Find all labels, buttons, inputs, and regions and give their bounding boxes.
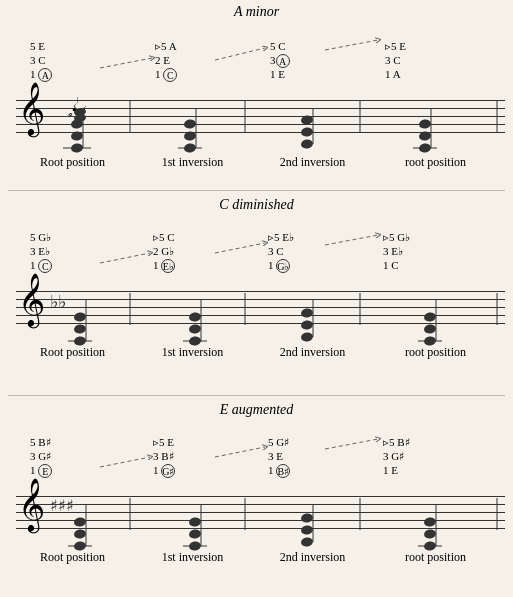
circled-note: C [163, 68, 177, 82]
section-e-augmented: E augmented 5 B♯ 3 G♯ 1 E ▹5 E 3 B♯ 1 G♯… [0, 398, 513, 593]
staff-line-2-3 [16, 307, 505, 308]
circled-note: G♯ [161, 464, 175, 478]
staff-1: 𝄞 𝅘𝅥 𝅗𝅥 𝅗 [0, 100, 513, 150]
staff-line-1-4 [16, 124, 505, 125]
staff-2: 𝄞 ♭♭ [0, 291, 513, 341]
treble-clef-2: 𝄞 [18, 277, 45, 323]
notes-2-root2: ▹5 G♭ 3 E♭ 1 C [383, 231, 410, 272]
circled-note: E♭ [161, 259, 175, 273]
label-1-second: 2nd inversion [255, 155, 370, 170]
notes-2-first: ▹5 C 2 G♭ 1 E♭ [153, 231, 175, 273]
section-a-minor: A minor 5 E 3 C 1 A ▹5 A 2 E 1 C 5 C 3A … [0, 0, 513, 195]
label-3-second: 2nd inversion [255, 550, 370, 565]
staff-3: 𝄞 ♯♯♯ [0, 496, 513, 546]
staff-line-3-3 [16, 512, 505, 513]
staff-line-3-5 [16, 528, 505, 529]
label-2-first: 1st inversion [140, 345, 245, 360]
label-1-root: Root position [15, 155, 130, 170]
treble-clef-3: 𝄞 [18, 482, 45, 528]
staff-line-2-1 [16, 291, 505, 292]
label-3-first: 1st inversion [140, 550, 245, 565]
staff-line-2-4 [16, 315, 505, 316]
circled-note: E [38, 464, 52, 478]
divider-1 [8, 190, 505, 191]
notes-3-root: 5 B♯ 3 G♯ 1 E [30, 436, 52, 478]
circled-note: B♯ [276, 464, 290, 478]
section-title-a-minor: A minor [0, 4, 513, 20]
notes-3-second: 5 G♯ 3 E 1 B♯ [268, 436, 290, 478]
label-1-first: 1st inversion [140, 155, 245, 170]
notes-1-second: 5 C 3A 1 E [270, 40, 290, 82]
key-sig-3: ♯♯♯ [50, 496, 74, 515]
circled-note: A [276, 54, 290, 68]
label-1-root2: root position [378, 155, 493, 170]
page: A minor 5 E 3 C 1 A ▹5 A 2 E 1 C 5 C 3A … [0, 0, 513, 597]
circled-note: A [38, 68, 52, 82]
circled-note: G♭ [276, 259, 290, 273]
notes-1-root2: ▹5 E 3 C 1 A [385, 40, 406, 81]
treble-clef-1: 𝄞 [18, 86, 45, 132]
staff-line-3-2 [16, 504, 505, 505]
staff-line-3-1 [16, 496, 505, 497]
circled-note: C [38, 259, 52, 273]
section-c-diminished: C diminished 5 G♭ 3 E♭ 1 C ▹5 C 2 G♭ 1 E… [0, 193, 513, 393]
notes-2-second: ▹5 E♭ 3 C 1 G♭ [268, 231, 294, 273]
notes-3-root2: ▹5 B♯ 3 G♯ 1 E [383, 436, 410, 477]
notes-1-root: 5 E 3 C 1 A [30, 40, 52, 82]
label-2-second: 2nd inversion [255, 345, 370, 360]
key-sig-2: ♭♭ [50, 291, 66, 313]
staff-line-2-2 [16, 299, 505, 300]
staff-line-1-5 [16, 132, 505, 133]
label-3-root2: root position [378, 550, 493, 565]
notes-3-first: ▹5 E 3 B♯ 1 G♯ [153, 436, 175, 478]
chord-sym-1 [65, 100, 95, 124]
label-2-root2: root position [378, 345, 493, 360]
section-title-c-dim: C diminished [0, 197, 513, 213]
staff-line-2-5 [16, 323, 505, 324]
label-2-root: Root position [15, 345, 130, 360]
label-3-root: Root position [15, 550, 130, 565]
section-title-e-aug: E augmented [0, 402, 513, 418]
divider-2 [8, 395, 505, 396]
staff-line-3-4 [16, 520, 505, 521]
notes-2-root: 5 G♭ 3 E♭ 1 C [30, 231, 52, 273]
notes-1-first: ▹5 A 2 E 1 C [155, 40, 177, 82]
